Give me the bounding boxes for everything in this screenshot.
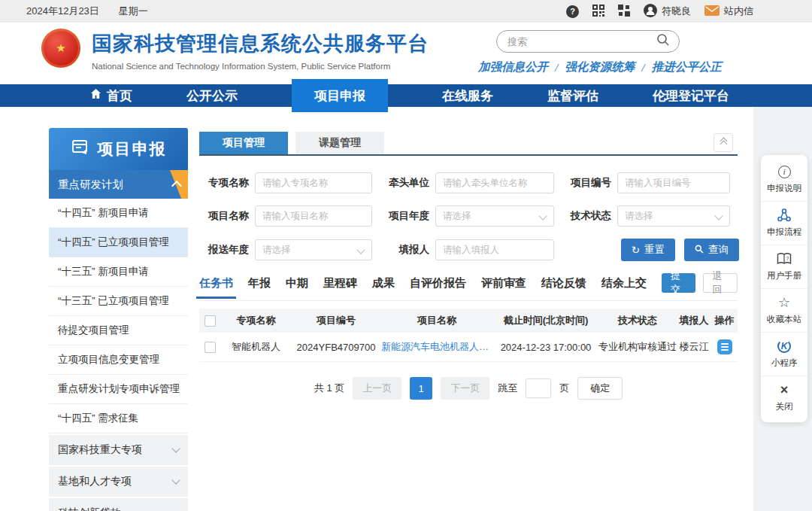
cell-deadline: 2024-12-23 17:00:00 bbox=[493, 342, 598, 353]
topbar-date: 2024年12月23日 bbox=[26, 5, 99, 18]
mini-program-k-icon: K bbox=[777, 339, 791, 353]
book-icon: ? bbox=[777, 251, 792, 266]
quickbar-item-user-manual[interactable]: ? 用户手册 bbox=[761, 245, 807, 289]
sidebar-item-appeal-management[interactable]: 重点研发计划专项申诉管理 bbox=[49, 375, 188, 404]
next-page-button[interactable]: 下一页 bbox=[441, 377, 489, 400]
home-icon bbox=[90, 88, 102, 103]
sidebar-item-14th-new-application[interactable]: “十四五” 新项目申请 bbox=[49, 199, 188, 228]
filter-input-project-code[interactable] bbox=[617, 172, 730, 193]
table-row: 智能机器人 2024YFB4709700 新能源汽车电池机器人化… 2024-1… bbox=[199, 333, 738, 362]
slogan-3: 推进公平公正 bbox=[652, 59, 722, 75]
current-page-button[interactable]: 1 bbox=[410, 377, 432, 400]
nav-item-public-notice[interactable]: 公开公示 bbox=[186, 87, 238, 105]
username: 符晓良 bbox=[662, 5, 691, 18]
subtab-surplus-return[interactable]: 结余上交 bbox=[601, 276, 647, 290]
site-mail[interactable]: 站内信 bbox=[704, 5, 753, 18]
th-project-name: 项目名称 bbox=[380, 314, 493, 327]
pagination: 共 1 页 上一页 1 下一页 跳至 页 确定 bbox=[199, 377, 738, 400]
cell-project-code: 2024YFB4709700 bbox=[292, 342, 380, 353]
quickbar-item-declare-process[interactable]: 申报流程 bbox=[761, 202, 807, 245]
tab-subject-management[interactable]: 课题管理 bbox=[295, 132, 384, 154]
filter-select-report-year[interactable]: 请选择 bbox=[255, 239, 372, 260]
page-total: 共 1 页 bbox=[314, 382, 344, 395]
filter-label-project-name: 项目名称 bbox=[202, 209, 249, 223]
apps-grid-icon[interactable] bbox=[618, 5, 630, 19]
reset-button[interactable]: ↻重置 bbox=[621, 239, 675, 261]
filter-input-project-name[interactable] bbox=[255, 205, 372, 227]
page-title: 国家科技管理信息系统公共服务平台 bbox=[92, 30, 429, 57]
sidebar-item-13th-new-application[interactable]: “十三五” 新项目申请 bbox=[49, 257, 188, 287]
query-button[interactable]: 查询 bbox=[684, 239, 739, 261]
sidebar-section-base-talent[interactable]: 基地和人才专项 bbox=[49, 467, 188, 497]
sidebar-item-info-change[interactable]: 立项项目信息变更管理 bbox=[49, 345, 188, 375]
info-icon: i bbox=[778, 166, 791, 178]
chevron-down-icon bbox=[171, 476, 180, 484]
select-all-checkbox[interactable] bbox=[205, 315, 216, 327]
filter-select-tech-status[interactable]: 请选择 bbox=[617, 205, 730, 227]
quickbar-item-mini-program[interactable]: K 小程序 bbox=[761, 333, 807, 376]
document-subtabs: 任务书 年报 中期 里程碑 成果 自评价报告 评前审查 结论反馈 结余上交 提交… bbox=[199, 273, 738, 301]
sidebar-item-13th-approved-management[interactable]: “十三五” 已立项项目管理 bbox=[49, 287, 188, 316]
sidebar-title: 项目申报 bbox=[49, 128, 188, 170]
nav-item-online-service[interactable]: 在线服务 bbox=[442, 87, 493, 105]
sidebar-section-key-rd-program[interactable]: 重点研发计划 bbox=[49, 170, 188, 199]
filter-input-lead-unit[interactable] bbox=[435, 172, 554, 193]
subtab-annual-report[interactable]: 年报 bbox=[248, 276, 271, 290]
tab-project-management[interactable]: 项目管理 bbox=[199, 132, 288, 154]
svg-text:?: ? bbox=[786, 256, 789, 261]
filter-input-special-name[interactable] bbox=[255, 172, 372, 193]
topbar: 2024年12月23日 星期一 ? 符晓良 站内信 bbox=[0, 0, 812, 23]
quickbar-item-close[interactable]: × 关闭 bbox=[761, 376, 807, 419]
project-name-link[interactable]: 新能源汽车电池机器人化… bbox=[381, 340, 492, 354]
cell-tech-status: 专业机构审核通过 bbox=[598, 340, 677, 354]
subtab-midterm[interactable]: 中期 bbox=[286, 276, 308, 290]
search-input[interactable] bbox=[506, 35, 656, 48]
user-menu[interactable]: 符晓良 bbox=[644, 4, 691, 20]
topbar-weekday: 星期一 bbox=[119, 5, 148, 18]
nav-item-project-application[interactable]: 项目申报 bbox=[292, 79, 388, 112]
qrcode-icon[interactable] bbox=[592, 5, 604, 19]
jump-page-input[interactable] bbox=[526, 379, 551, 398]
row-checkbox[interactable] bbox=[205, 342, 216, 353]
submit-button[interactable]: 提交 bbox=[662, 273, 695, 293]
subtab-milestone[interactable]: 里程碑 bbox=[323, 276, 357, 290]
sidebar-item-14th-approved-management[interactable]: “十四五” 已立项项目管理 bbox=[49, 228, 188, 257]
subtab-conclusion-feedback[interactable]: 结论反馈 bbox=[541, 276, 586, 290]
row-document-action-icon[interactable] bbox=[717, 339, 732, 354]
quickbar-item-declare-instructions[interactable]: i 申报说明 bbox=[761, 158, 807, 202]
slogan: 加强信息公开/ 强化资源统筹/ 推进公平公正 bbox=[478, 59, 722, 75]
sidebar: 项目申报 重点研发计划 “十四五” 新项目申请 “十四五” 已立项项目管理 “十… bbox=[49, 128, 188, 511]
content-tabs: 项目管理 课题管理 bbox=[199, 132, 738, 156]
th-reporter: 填报人 bbox=[677, 314, 711, 327]
subtab-task-book[interactable]: 任务书 bbox=[199, 276, 233, 290]
sidebar-item-demand-collection[interactable]: “十四五” 需求征集 bbox=[49, 404, 188, 433]
sidebar-section-major-special[interactable]: 国家科技重大专项 bbox=[49, 435, 188, 465]
collapse-panel-button[interactable] bbox=[714, 133, 733, 152]
help-icon[interactable]: ? bbox=[566, 5, 579, 18]
mail-label: 站内信 bbox=[724, 5, 753, 18]
search-icon[interactable] bbox=[656, 33, 670, 50]
nav-item-home[interactable]: 首页 bbox=[90, 87, 132, 105]
sidebar-item-pending-projects[interactable]: 待提交项目管理 bbox=[49, 316, 188, 345]
chevron-down-icon bbox=[538, 211, 547, 220]
chevron-down-icon bbox=[171, 507, 180, 511]
search-icon bbox=[695, 245, 704, 256]
nav-item-supervision[interactable]: 监督评估 bbox=[547, 87, 598, 105]
jump-label: 跳至 bbox=[498, 382, 517, 395]
quickbar-item-bookmark-site[interactable]: ☆ 收藏本站 bbox=[761, 289, 807, 333]
subtab-achievements[interactable]: 成果 bbox=[372, 276, 395, 290]
subtab-self-evaluation[interactable]: 自评价报告 bbox=[410, 276, 466, 290]
th-operation: 操作 bbox=[711, 314, 738, 327]
filter-select-project-year[interactable]: 请选择 bbox=[435, 205, 554, 227]
nav-item-ethics-platform[interactable]: 伦理登记平台 bbox=[653, 87, 729, 105]
filter-input-reporter[interactable] bbox=[435, 239, 554, 260]
confirm-jump-button[interactable]: 确定 bbox=[577, 377, 623, 400]
return-button[interactable]: 退回 bbox=[703, 273, 738, 293]
slogan-2: 强化资源统筹 bbox=[565, 59, 635, 75]
table-header: 专项名称 项目编号 项目名称 截止时间(北京时间) 技术状态 填报人 操作 bbox=[199, 309, 738, 333]
th-tech-status: 技术状态 bbox=[598, 314, 677, 327]
prev-page-button[interactable]: 上一页 bbox=[353, 377, 401, 400]
subtab-pre-review[interactable]: 评前审查 bbox=[481, 276, 526, 290]
filter-form: 专项名称 牵头单位 项目编号 项目名称 项目年度请选择 技术状态请选择 报送年度… bbox=[199, 156, 738, 261]
sidebar-section-sci-innovation[interactable]: 科技创新贷款 bbox=[49, 498, 188, 511]
